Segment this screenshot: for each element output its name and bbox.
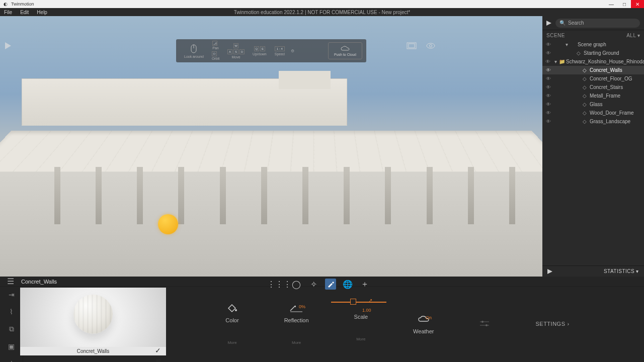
- tree-node-icon: ◇: [583, 84, 588, 90]
- chevron-right-icon: ›: [567, 321, 569, 327]
- menu-file[interactable]: File: [0, 10, 16, 15]
- tool-wand-icon[interactable]: ✧: [308, 279, 319, 290]
- prop-weather[interactable]: On Weather: [413, 313, 434, 334]
- svg-marker-0: [5, 42, 11, 49]
- sliders-icon: [479, 318, 490, 330]
- tree-twist-icon[interactable]: ▾: [565, 42, 569, 47]
- mouse-icon: [189, 44, 199, 54]
- statistics-toggle[interactable]: STATISTICS ▾: [604, 268, 639, 274]
- window-close-button[interactable]: ✕: [631, 0, 644, 8]
- tree-row[interactable]: 👁◇Metall_Frame: [542, 92, 644, 100]
- tree-node-icon: ◇: [583, 93, 588, 99]
- tree-row[interactable]: 👁▾Scene graph: [542, 40, 644, 49]
- svg-point-14: [486, 324, 488, 326]
- window-maximize-button[interactable]: □: [618, 0, 631, 8]
- rail-path-icon[interactable]: ⌇: [10, 308, 13, 316]
- settings-button[interactable]: SETTINGS›: [535, 321, 569, 327]
- tool-eyedropper-icon[interactable]: [325, 279, 336, 290]
- tree-row[interactable]: 👁◇Grass_Landscape: [542, 117, 644, 126]
- scene-building: [22, 78, 347, 125]
- scene-filter-dropdown[interactable]: ALL ▾: [626, 33, 640, 38]
- visibility-toggle-icon[interactable]: 👁: [545, 102, 551, 107]
- rail-export-icon[interactable]: ⤓: [9, 359, 15, 362]
- tool-lasso-icon[interactable]: ◯: [291, 279, 302, 290]
- rail-adjust-icon[interactable]: ⧉: [9, 325, 14, 333]
- prop-settings-extra[interactable]: [479, 318, 490, 330]
- material-preview-card[interactable]: designstrategies.org Concret_Walls ✓ ▦: [20, 288, 166, 362]
- svg-point-5: [427, 43, 435, 48]
- svg-point-6: [430, 45, 432, 47]
- menu-bar: File Edit Help Twinmotion education 2022…: [0, 8, 644, 16]
- scene-search-input[interactable]: 🔍 Search: [555, 19, 640, 28]
- check-icon[interactable]: ✓: [155, 346, 161, 354]
- arrow-up-right-icon: ↗: [368, 298, 372, 303]
- prop-color[interactable]: Color More: [225, 302, 238, 345]
- scene-header-label: SCENE: [546, 33, 565, 38]
- scene-tree[interactable]: 👁▾Scene graph👁◇Starting Ground👁▾📁Schwarz…: [542, 40, 644, 265]
- dock-menu-button[interactable]: ☰: [7, 277, 14, 286]
- tree-row[interactable]: 👁◇Concret_Floor_OG: [542, 74, 644, 83]
- menu-help[interactable]: Help: [33, 10, 51, 15]
- visibility-toggle-icon[interactable]: 👁: [545, 42, 551, 47]
- tree-row[interactable]: 👁◇Wood_Door_Frame: [542, 109, 644, 117]
- visibility-toggle-icon[interactable]: 👁: [545, 110, 551, 116]
- navigation-help-widget: Look around ⎇ Pan O Orbit W ASD Move QE …: [176, 39, 366, 62]
- window-minimize-button[interactable]: —: [605, 0, 618, 8]
- visibility-toggle-icon[interactable]: 👁: [545, 59, 550, 64]
- safe-frame-icon[interactable]: [407, 42, 417, 49]
- grid-view-icon[interactable]: ▦: [155, 357, 161, 362]
- push-to-cloud-button[interactable]: Push to Cloud: [328, 42, 362, 59]
- viewport-3d[interactable]: Look around ⎇ Pan O Orbit W ASD Move QE …: [0, 16, 542, 277]
- tree-node-icon: ◇: [583, 110, 588, 116]
- nav-move-label: Move: [232, 55, 240, 59]
- menu-edit[interactable]: Edit: [16, 10, 33, 15]
- visibility-toggle-icon[interactable]: 👁: [545, 50, 551, 56]
- prop-reflection[interactable]: 0% Reflection More: [284, 302, 309, 345]
- tree-row[interactable]: 👁◇Concret_Walls: [542, 66, 644, 74]
- tree-node-icon: ◇: [583, 119, 588, 124]
- reflection-value: 0%: [299, 304, 305, 309]
- scale-slider-track[interactable]: [331, 302, 386, 303]
- weather-value: On: [426, 315, 432, 320]
- tree-row[interactable]: 👁◇Glass: [542, 100, 644, 109]
- stats-play-button[interactable]: [547, 269, 552, 274]
- visibility-toggle-icon[interactable]: 👁: [545, 119, 551, 124]
- tool-grid-icon[interactable]: ⋮⋮⋮: [274, 279, 285, 290]
- bottom-dock: ☰ Concret_Walls ⋮⋮⋮ ◯ ✧ 🌐 ＋ ⇥ ⌇ ⧉ ▣ ⤓ de…: [0, 277, 644, 362]
- cursor-highlight-icon: [158, 214, 178, 234]
- rail-media-icon[interactable]: ▣: [8, 342, 15, 350]
- material-sphere-icon: [73, 295, 113, 334]
- dock-toolbar: ⋮⋮⋮ ◯ ✧ 🌐 ＋: [274, 279, 370, 290]
- visibility-toggle-icon[interactable]: 👁: [545, 84, 551, 90]
- scale-slider-knob[interactable]: [350, 299, 356, 305]
- tree-node-label: Scene graph: [578, 42, 606, 47]
- tree-node-label: Grass_Landscape: [590, 119, 630, 124]
- tree-node-label: Concret_Walls: [590, 67, 622, 73]
- tree-node-icon: ◇: [583, 67, 588, 73]
- app-name: Twinmotion: [11, 2, 34, 7]
- rail-import-icon[interactable]: ⇥: [9, 291, 15, 299]
- prop-scale[interactable]: ↗ 1.00 Scale More: [354, 306, 368, 341]
- visibility-toggle-icon[interactable]: 👁: [545, 93, 551, 99]
- scene-play-button[interactable]: [546, 21, 551, 26]
- tree-row[interactable]: 👁▾📁Schwarz_Koshino_House_Rhinodatei: [542, 57, 644, 66]
- tool-globe-icon[interactable]: 🌐: [342, 279, 353, 290]
- tree-row[interactable]: 👁◇Concret_Stairs: [542, 83, 644, 92]
- tree-node-label: Schwarz_Koshino_House_Rhinodatei: [566, 59, 644, 64]
- visibility-toggle-icon[interactable]: 👁: [545, 76, 551, 81]
- tree-node-label: Metall_Frame: [590, 93, 620, 99]
- viewport-play-button[interactable]: [5, 42, 11, 49]
- tool-add-icon[interactable]: ＋: [359, 279, 370, 290]
- material-preview-label: Concret_Walls: [20, 347, 166, 355]
- visibility-eye-icon[interactable]: [426, 42, 436, 49]
- app-logo-icon: ◐: [2, 1, 9, 8]
- visibility-toggle-icon[interactable]: 👁: [545, 67, 551, 73]
- os-titlebar: ◐ Twinmotion — □ ✕: [0, 0, 644, 8]
- tree-row[interactable]: 👁◇Starting Ground: [542, 49, 644, 57]
- tree-twist-icon[interactable]: ▾: [554, 59, 557, 64]
- document-title: Twinmotion education 2022.1.2 | NOT FOR …: [0, 10, 644, 15]
- svg-point-9: [235, 309, 237, 311]
- tree-node-label: Concret_Stairs: [590, 84, 623, 90]
- nav-speed-label: Speed: [275, 52, 285, 56]
- dock-breadcrumb[interactable]: Concret_Walls: [21, 279, 57, 285]
